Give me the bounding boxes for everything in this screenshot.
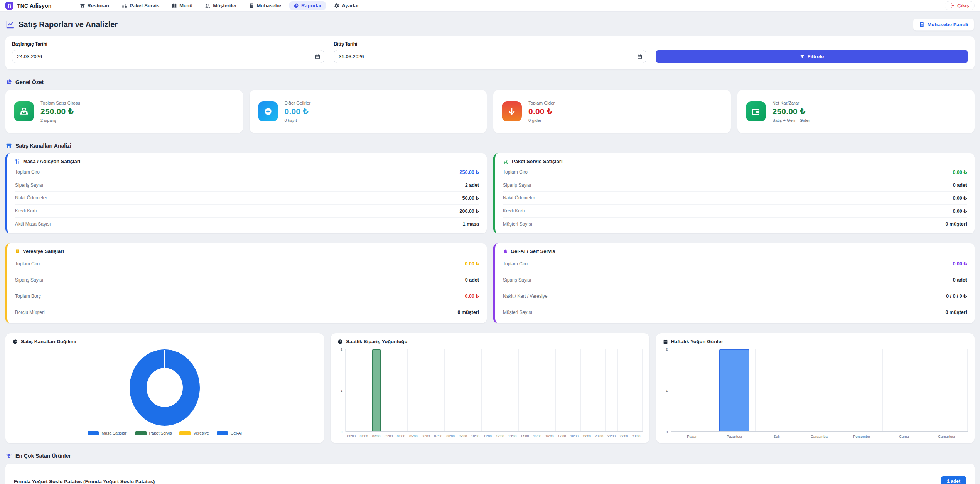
summary-cards: Toplam Satış Cirosu 250.00 ₺ 2 sipariş D… <box>5 90 975 133</box>
charts-row: Satış Kanalları Dağılımı Masa SatışlarıP… <box>5 333 975 443</box>
trophy-icon <box>6 453 12 459</box>
stat-row: Toplam Ciro0.00 ₺ <box>15 256 479 272</box>
nav-item-muhasebe[interactable]: Muhasebe <box>245 1 285 10</box>
legend-item[interactable]: Veresiye <box>179 431 209 435</box>
page-title: Satış Raporları ve Analizler <box>6 20 118 29</box>
stat-row: Sipariş Sayısı0 adet <box>15 272 479 288</box>
logout-button[interactable]: Çıkış <box>945 1 975 10</box>
calculator-icon <box>919 22 924 27</box>
fork-knife-icon <box>7 3 12 8</box>
panel-veresiye: Veresiye Satışları Toplam Ciro0.00 ₺ Sip… <box>5 243 487 323</box>
panel-masa-adisyon: Masa / Adisyon Satışları Toplam Ciro250.… <box>5 153 487 233</box>
donut-slice-border <box>164 350 165 368</box>
stat-row: Toplam Ciro0.00 ₺ <box>503 166 967 179</box>
nav-item-raporlar[interactable]: Raporlar <box>289 1 326 10</box>
end-date-input[interactable] <box>334 50 646 63</box>
stat-row: Müşteri Sayısı0 müşteri <box>503 218 967 230</box>
stat-row: Toplam Ciro250.00 ₺ <box>15 166 479 179</box>
donut-chart-card: Satış Kanalları Dağılımı Masa SatışlarıP… <box>5 333 324 443</box>
end-date-label: Bitiş Tarihi <box>334 41 646 47</box>
summary-value: 0.00 ₺ <box>528 107 555 116</box>
stat-row: Sipariş Sayısı2 adet <box>15 179 479 192</box>
users-icon <box>205 3 211 8</box>
top-product-row: Fırında Yoğurt Soslu Patates (Fırında Yo… <box>5 464 975 484</box>
stat-row: Borçlu Müşteri0 müşteri <box>15 304 479 320</box>
stat-row: Kredi Kartı200.00 ₺ <box>15 205 479 218</box>
start-date-label: Başlangıç Tarihi <box>12 41 324 47</box>
summary-card-diger-gelirler: Diğer Gelirler 0.00 ₺ 0 kayıt <box>250 90 487 133</box>
start-date-input[interactable] <box>12 50 324 63</box>
nav-item-paket-servis[interactable]: Paket Servis <box>117 1 164 10</box>
pie-chart-icon <box>293 3 299 8</box>
nav-items: Restoran Paket Servis Menü Müşteriler Mu… <box>76 1 363 10</box>
nav-item-restoran[interactable]: Restoran <box>76 1 113 10</box>
donut-hole <box>147 368 183 407</box>
funnel-icon <box>800 54 805 59</box>
hourly-bar-chart: 012 00:0001:0002:0003:0004:0005:0006:000… <box>337 349 642 438</box>
start-date-field: Başlangıç Tarihi <box>12 41 324 63</box>
shopping-bag-icon <box>503 249 508 254</box>
legend-item[interactable]: Masa Satışları <box>88 431 127 435</box>
stat-row: Müşteri Sayısı0 müşteri <box>503 304 967 320</box>
stat-row: Nakit Ödemeler0.00 ₺ <box>503 192 967 205</box>
stat-row: Aktif Masa Sayısı1 masa <box>15 218 479 230</box>
summary-section-header: Genel Özet <box>0 79 980 85</box>
brand-logo <box>5 2 13 10</box>
date-filter-card: Başlangıç Tarihi Bitiş Tarihi Filtrele <box>5 36 975 69</box>
stat-row: Nakit Ödemeler50.00 ₺ <box>15 192 479 205</box>
summary-card-toplam-satis: Toplam Satış Cirosu 250.00 ₺ 2 sipariş <box>5 90 243 133</box>
pie-chart-icon <box>12 339 18 344</box>
product-name: Fırında Yoğurt Soslu Patates (Fırında Yo… <box>14 479 155 484</box>
panel-gel-al: Gel-Al / Self Servis Toplam Ciro0.00 ₺ S… <box>493 243 975 323</box>
cash-register-icon <box>14 101 34 121</box>
gear-icon <box>334 3 339 8</box>
bar <box>719 349 749 432</box>
stat-row: Toplam Borç0.00 ₺ <box>15 288 479 304</box>
legend-item[interactable]: Paket Servis <box>135 431 172 435</box>
top-navbar: TNC Adisyon Restoran Paket Servis Menü M… <box>0 0 980 12</box>
brand: TNC Adisyon <box>5 2 52 10</box>
legend-item[interactable]: Gel-Al <box>217 431 242 435</box>
donut-chart <box>130 349 200 426</box>
nav-item-menu[interactable]: Menü <box>167 1 197 10</box>
bar <box>372 349 381 432</box>
quantity-badge: 1 adet <box>941 476 966 484</box>
nav-item-ayarlar[interactable]: Ayarlar <box>330 1 363 10</box>
logout-icon <box>950 3 955 8</box>
fork-knife-icon <box>15 159 20 164</box>
summary-card-toplam-gider: Toplam Gider 0.00 ₺ 0 gider <box>493 90 731 133</box>
channel-panels: Masa / Adisyon Satışları Toplam Ciro250.… <box>5 153 975 323</box>
storefront-icon <box>6 143 12 149</box>
chart-line-icon <box>6 20 15 29</box>
weekly-bar-chart: 012 PazarPazartesiSalıÇarşambaPerşembeCu… <box>663 349 968 438</box>
chart-legend: Masa SatışlarıPaket ServisVeresiyeGel-Al <box>12 431 317 438</box>
storefront-icon <box>80 3 85 8</box>
summary-value: 0.00 ₺ <box>285 107 311 116</box>
weekly-chart-card: Haftalık Yoğun Günler 012 PazarPazartesi… <box>656 333 975 443</box>
scooter-icon <box>503 159 509 164</box>
calendar-icon[interactable] <box>637 54 642 59</box>
summary-value: 250.00 ₺ <box>773 107 810 116</box>
menu-book-icon <box>172 3 177 8</box>
scooter-icon <box>121 3 127 8</box>
calendar-icon[interactable] <box>315 54 320 59</box>
stat-row: Toplam Ciro0.00 ₺ <box>503 256 967 272</box>
stat-row: Sipariş Sayısı0 adet <box>503 179 967 192</box>
end-date-field: Bitiş Tarihi <box>334 41 646 63</box>
arrow-down-icon <box>502 101 522 121</box>
receipt-icon <box>15 249 20 254</box>
nav-item-musteriler[interactable]: Müşteriler <box>201 1 241 10</box>
muhasebe-paneli-button[interactable]: Muhasebe Paneli <box>913 18 974 31</box>
brand-name: TNC Adisyon <box>17 3 52 9</box>
circle-plus-icon <box>258 101 278 121</box>
stat-row: Kredi Kartı0.00 ₺ <box>503 205 967 218</box>
top-products-section-header: En Çok Satan Ürünler <box>0 453 980 459</box>
calculator-icon <box>249 3 254 8</box>
summary-value: 250.00 ₺ <box>40 107 80 116</box>
wallet-icon <box>746 101 766 121</box>
hourly-chart-card: Saatlik Sipariş Yoğunluğu 012 00:0001:00… <box>331 333 649 443</box>
stat-row: Sipariş Sayısı0 adet <box>503 272 967 288</box>
page-header: Satış Raporları ve Analizler Muhasebe Pa… <box>0 18 980 31</box>
summary-card-net-kar: Net Kar/Zarar 250.00 ₺ Satış + Gelir - G… <box>737 90 975 133</box>
filter-button[interactable]: Filtrele <box>656 50 968 63</box>
